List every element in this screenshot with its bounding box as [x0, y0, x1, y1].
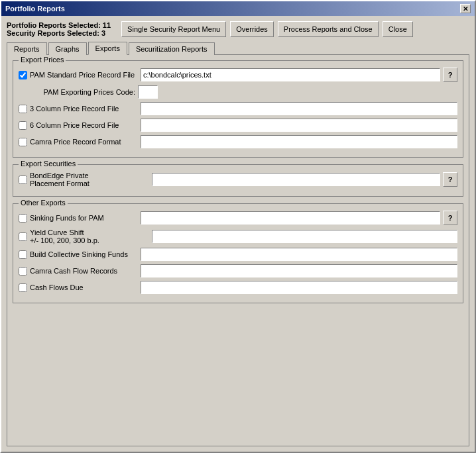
camra-price-checkbox[interactable]	[19, 138, 27, 146]
yield-curve-input[interactable]	[152, 230, 457, 243]
export-prices-content: PAM Standard Price Record File ? PAM Exp…	[19, 68, 457, 148]
pam-code-label: PAM Exporting Prices Code:	[32, 88, 138, 96]
build-collective-row: Build Collective Sinking Funds	[19, 248, 457, 261]
pam-standard-checkbox[interactable]	[19, 71, 27, 79]
yield-curve-label-line2: +/- 100, 200, 300 b.p.	[30, 236, 149, 244]
window-title: Portfolio Reports	[5, 5, 65, 13]
security-reports-count: 3	[101, 29, 105, 37]
six-col-checkbox-label: 6 Column Price Record File	[19, 121, 138, 130]
export-securities-title: Export Securities	[19, 160, 78, 168]
yield-curve-checkbox-label: Yield Curve Shift +/- 100, 200, 300 b.p.	[19, 228, 149, 244]
pam-standard-checkbox-label: PAM Standard Price Record File	[19, 71, 138, 79]
tab-securitization[interactable]: Securitization Reports	[129, 42, 215, 55]
close-button[interactable]: Close	[383, 21, 413, 37]
top-bar: Portfolio Reports Selected: 11 Security …	[7, 21, 469, 37]
exports-tab-content: Export Prices PAM Standard Price Record …	[7, 55, 469, 446]
overrides-button[interactable]: Overrides	[230, 21, 274, 37]
sinking-funds-label: Sinking Funds for PAM	[30, 214, 104, 222]
window-content: Portfolio Reports Selected: 11 Security …	[1, 16, 475, 452]
window-close-button[interactable]: ✕	[460, 4, 471, 13]
camra-cash-row: Camra Cash Flow Records	[19, 264, 457, 277]
three-col-checkbox[interactable]	[19, 105, 27, 113]
other-exports-content: Sinking Funds for PAM ? Yield Curve Shif…	[19, 211, 457, 294]
cash-flows-checkbox[interactable]	[19, 283, 27, 292]
security-reports-label: Security Reports Selected:	[7, 29, 99, 37]
title-bar: Portfolio Reports ✕	[1, 1, 475, 16]
sinking-funds-checkbox-label: Sinking Funds for PAM	[19, 214, 138, 223]
export-securities-group: Export Securities BondEdge Private Place…	[13, 164, 463, 197]
build-collective-input[interactable]	[141, 248, 457, 261]
pam-code-row: PAM Exporting Prices Code:	[19, 85, 457, 99]
sinking-funds-checkbox[interactable]	[19, 214, 27, 223]
build-collective-checkbox[interactable]	[19, 250, 27, 259]
bondedge-input[interactable]	[152, 173, 440, 186]
bondedge-label-line2: Placement Format	[30, 179, 149, 187]
other-exports-title: Other Exports	[19, 199, 68, 207]
export-prices-group: Export Prices PAM Standard Price Record …	[13, 60, 463, 158]
cash-flows-checkbox-label: Cash Flows Due	[19, 283, 138, 292]
single-security-button[interactable]: Single Security Report Menu	[121, 21, 226, 37]
three-col-row: 3 Column Price Record File	[19, 102, 457, 115]
yield-curve-row: Yield Curve Shift +/- 100, 200, 300 b.p.	[19, 228, 457, 244]
security-reports-line: Security Reports Selected: 3	[7, 29, 111, 37]
pam-standard-help-button[interactable]: ?	[443, 68, 457, 82]
bondedge-checkbox[interactable]	[19, 176, 27, 184]
six-col-checkbox[interactable]	[19, 121, 27, 130]
camra-cash-input[interactable]	[141, 264, 457, 277]
export-prices-title: Export Prices	[19, 56, 66, 64]
sinking-funds-row: Sinking Funds for PAM ?	[19, 211, 457, 225]
portfolio-reports-window: Portfolio Reports ✕ Portfolio Reports Se…	[0, 0, 476, 453]
camra-cash-checkbox[interactable]	[19, 267, 27, 276]
cash-flows-input[interactable]	[141, 281, 457, 294]
tab-reports[interactable]: Reports	[7, 42, 47, 55]
pam-standard-label: PAM Standard Price Record File	[30, 71, 135, 79]
pam-code-input[interactable]	[138, 85, 158, 99]
bondedge-row: BondEdge Private Placement Format ?	[19, 172, 457, 187]
build-collective-label: Build Collective Sinking Funds	[30, 250, 128, 258]
yield-curve-label-line1: Yield Curve Shift	[30, 228, 149, 236]
three-col-checkbox-label: 3 Column Price Record File	[19, 105, 138, 113]
portfolio-reports-label: Portfolio Reports Selected:	[7, 21, 101, 29]
camra-cash-label: Camra Cash Flow Records	[30, 267, 117, 275]
bondedge-help-button[interactable]: ?	[443, 172, 457, 187]
other-exports-help-button[interactable]: ?	[443, 211, 457, 225]
cash-flows-label: Cash Flows Due	[30, 283, 84, 291]
portfolio-reports-line: Portfolio Reports Selected: 11	[7, 21, 111, 29]
yield-curve-multi-label: Yield Curve Shift +/- 100, 200, 300 b.p.	[30, 228, 149, 244]
portfolio-reports-count: 11	[103, 21, 111, 29]
pam-standard-input[interactable]	[141, 68, 440, 81]
camra-price-label: Camra Price Record Format	[30, 138, 121, 146]
camra-price-row: Camra Price Record Format	[19, 135, 457, 148]
six-col-input[interactable]	[141, 119, 457, 132]
three-col-label: 3 Column Price Record File	[30, 105, 119, 113]
tab-graphs[interactable]: Graphs	[48, 42, 87, 55]
camra-price-input[interactable]	[141, 135, 457, 148]
cash-flows-row: Cash Flows Due	[19, 281, 457, 294]
pam-standard-row: PAM Standard Price Record File ?	[19, 68, 457, 82]
process-reports-button[interactable]: Process Reports and Close	[278, 21, 379, 37]
six-col-row: 6 Column Price Record File	[19, 119, 457, 132]
camra-cash-checkbox-label: Camra Cash Flow Records	[19, 267, 138, 276]
three-col-input[interactable]	[141, 102, 457, 115]
export-securities-content: BondEdge Private Placement Format ?	[19, 172, 457, 187]
sinking-funds-input[interactable]	[141, 211, 440, 225]
build-collective-checkbox-label: Build Collective Sinking Funds	[19, 250, 138, 259]
other-exports-group: Other Exports Sinking Funds for PAM ?	[13, 203, 463, 303]
camra-price-checkbox-label: Camra Price Record Format	[19, 138, 138, 146]
yield-curve-checkbox[interactable]	[19, 232, 27, 241]
tab-exports[interactable]: Exports	[88, 42, 127, 55]
bondedge-checkbox-label: BondEdge Private Placement Format	[19, 172, 149, 187]
six-col-label: 6 Column Price Record File	[30, 121, 119, 129]
report-counts: Portfolio Reports Selected: 11 Security …	[7, 21, 111, 37]
bondedge-multi-label: BondEdge Private Placement Format	[30, 172, 149, 187]
bondedge-label-line1: BondEdge Private	[30, 172, 149, 179]
tabs-bar: Reports Graphs Exports Securitization Re…	[7, 41, 469, 55]
